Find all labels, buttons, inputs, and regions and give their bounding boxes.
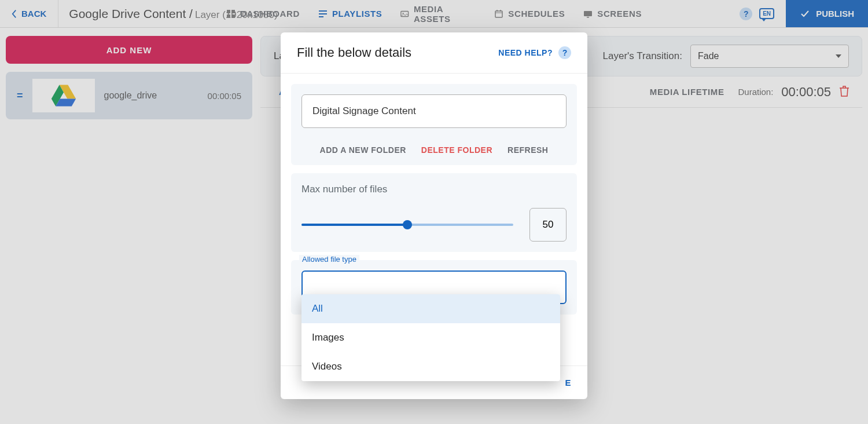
modal-header: Fill the below details NEED HELP? ? (281, 32, 587, 74)
filetype-popover: All Images Videos (301, 294, 560, 381)
folder-select-value: Digital Signage Content (312, 105, 416, 117)
modal-title: Fill the below details (297, 45, 411, 60)
add-folder-button[interactable]: ADD A NEW FOLDER (320, 145, 406, 155)
folder-select[interactable]: Digital Signage Content (301, 94, 567, 128)
refresh-button[interactable]: REFRESH (507, 145, 548, 155)
folder-section: Digital Signage Content ADD A NEW FOLDER… (291, 84, 577, 165)
maxfiles-section: Max number of files 50 (291, 173, 577, 252)
need-help-link[interactable]: NEED HELP? (498, 48, 553, 57)
filetype-label: Allowed file type (299, 255, 359, 264)
modal-overlay[interactable]: Fill the below details NEED HELP? ? Digi… (0, 0, 868, 424)
save-button-fragment[interactable]: E (565, 378, 571, 388)
maxfiles-slider[interactable] (301, 223, 513, 226)
delete-folder-button[interactable]: DELETE FOLDER (421, 145, 492, 155)
filetype-option-all[interactable]: All (301, 294, 560, 323)
maxfiles-value[interactable]: 50 (529, 208, 567, 242)
modal-help-button[interactable]: ? (558, 46, 571, 59)
maxfiles-label: Max number of files (301, 184, 567, 195)
filetype-option-images[interactable]: Images (301, 323, 560, 352)
filetype-option-videos[interactable]: Videos (301, 352, 560, 381)
